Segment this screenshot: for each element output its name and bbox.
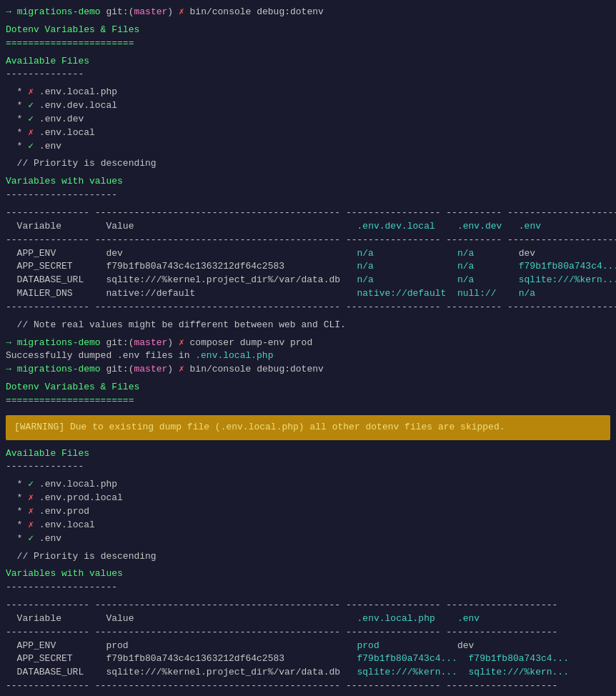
check-icon-1-3: ✓ xyxy=(28,114,34,124)
table2-row-2: APP_SECRET f79b1fb80a743c4c1363212df64c2… xyxy=(6,652,610,666)
git-label-1: git:( xyxy=(106,6,134,17)
check-icon-2-2: ✗ xyxy=(28,492,34,503)
file-item-1-5: * ✓ .env xyxy=(6,140,610,154)
table1-row-3: DATABASE_URL sqlite:///%kernel.project_d… xyxy=(6,274,610,287)
file-item-2-4: * ✗ .env.local xyxy=(6,519,610,532)
table2-sep-bottom: --------------- ------------------------… xyxy=(6,680,610,693)
check-icon-1-4: ✗ xyxy=(28,127,34,138)
check-icon-2-3: ✗ xyxy=(28,506,34,517)
prompt-line-1: → migrations-demo git:(master) ✗ bin/con… xyxy=(6,6,610,19)
git-label-2a: git:( xyxy=(106,337,134,348)
dotenv-title-2: Dotenv Variables & Files xyxy=(6,381,610,394)
note-1: // Note real values might be different b… xyxy=(6,319,610,332)
arrow-icon-2b: → xyxy=(6,364,11,374)
terminal: → migrations-demo git:(master) ✗ bin/con… xyxy=(6,6,610,696)
prompt-x-1: ✗ xyxy=(179,6,184,17)
arrow-icon-1: → xyxy=(6,6,11,17)
priority-comment-2: // Priority is descending xyxy=(6,550,610,564)
check-icon-1-2: ✓ xyxy=(28,100,34,111)
repo-name-2a: migrations-demo xyxy=(17,337,101,348)
prompt-line-2a: → migrations-demo git:(master) ✗ compose… xyxy=(6,337,610,350)
branch-name-2b: master xyxy=(134,364,167,374)
check-icon-2-5: ✓ xyxy=(28,533,34,544)
check-icon-1-1: ✗ xyxy=(28,86,34,97)
vars-label-2: Variables with values xyxy=(6,567,610,581)
command-2b: bin/console debug:dotenv xyxy=(190,364,324,374)
priority-comment-1: // Priority is descending xyxy=(6,157,610,171)
table1-row-4: MAILER_DNS native://default native://def… xyxy=(6,287,610,301)
check-icon-2-4: ✗ xyxy=(28,519,34,530)
file-item-1-3: * ✓ .env.dev xyxy=(6,113,610,126)
file-item-2-1: * ✓ .env.local.php xyxy=(6,478,610,492)
table2-row-1: APP_ENV prod prod dev xyxy=(6,640,610,653)
file-item-1-4: * ✗ .env.local xyxy=(6,126,610,140)
dotenv-sep-1: ======================= xyxy=(6,37,610,51)
file-item-2-3: * ✗ .env.prod xyxy=(6,505,610,519)
table2-row-3: DATABASE_URL sqlite:///%kernel.project_d… xyxy=(6,666,610,680)
avail-files-dash-2: -------------- xyxy=(6,460,610,474)
avail-files-dash-1: -------------- xyxy=(6,68,610,81)
avail-files-label-2: Available Files xyxy=(6,447,610,461)
table1-row-2: APP_SECRET f79b1fb80a743c4c1363212df64c2… xyxy=(6,260,610,274)
arrow-icon-2a: → xyxy=(6,337,11,348)
file-item-1-1: * ✗ .env.local.php xyxy=(6,86,610,99)
prompt-x-2a: ✗ xyxy=(179,337,184,348)
table1-row-1: APP_ENV dev n/a n/a dev xyxy=(6,247,610,261)
avail-files-label-1: Available Files xyxy=(6,55,610,69)
dump-output: Successfully dumped .env files in .env.l… xyxy=(6,349,610,363)
file-item-2-5: * ✓ .env xyxy=(6,532,610,546)
prompt-line-2b: → migrations-demo git:(master) ✗ bin/con… xyxy=(6,363,610,377)
prompt-x-2b: ✗ xyxy=(179,364,184,374)
filepath-envlocalphp: .env.local.php xyxy=(195,350,273,361)
vars-dash-1: -------------------- xyxy=(6,189,610,202)
table2-sep-top: --------------- ------------------------… xyxy=(6,599,610,612)
branch-name-2a: master xyxy=(134,337,167,348)
repo-name-1: migrations-demo xyxy=(17,6,101,17)
branch-name-1: master xyxy=(134,6,167,17)
file-item-1-2: * ✓ .env.dev.local xyxy=(6,99,610,113)
git-label-2b: git:( xyxy=(106,364,134,374)
table2-header-sep: --------------- ------------------------… xyxy=(6,626,610,640)
table1-sep-top: --------------- ------------------------… xyxy=(6,207,610,220)
table1-header: Variable Value .env.dev.local .env.dev .… xyxy=(6,220,610,234)
vars-dash-2: -------------------- xyxy=(6,581,610,595)
command-2a: composer dump-env prod xyxy=(190,337,313,348)
dotenv-title-1: Dotenv Variables & Files xyxy=(6,24,610,37)
command-1: bin/console debug:dotenv xyxy=(190,6,324,17)
warning-box: [WARNING] Due to existing dump file (.en… xyxy=(6,415,610,440)
table2-header: Variable Value .env.local.php .env xyxy=(6,612,610,626)
check-icon-1-5: ✓ xyxy=(28,141,34,151)
dotenv-sep-2: ======================= xyxy=(6,394,610,408)
table1-sep-bottom: --------------- ------------------------… xyxy=(6,301,610,314)
table1-header-sep: --------------- ------------------------… xyxy=(6,234,610,247)
vars-label-1: Variables with values xyxy=(6,175,610,189)
repo-name-2b: migrations-demo xyxy=(17,364,101,374)
file-item-2-2: * ✗ .env.prod.local xyxy=(6,492,610,505)
check-icon-2-1: ✓ xyxy=(28,479,34,489)
